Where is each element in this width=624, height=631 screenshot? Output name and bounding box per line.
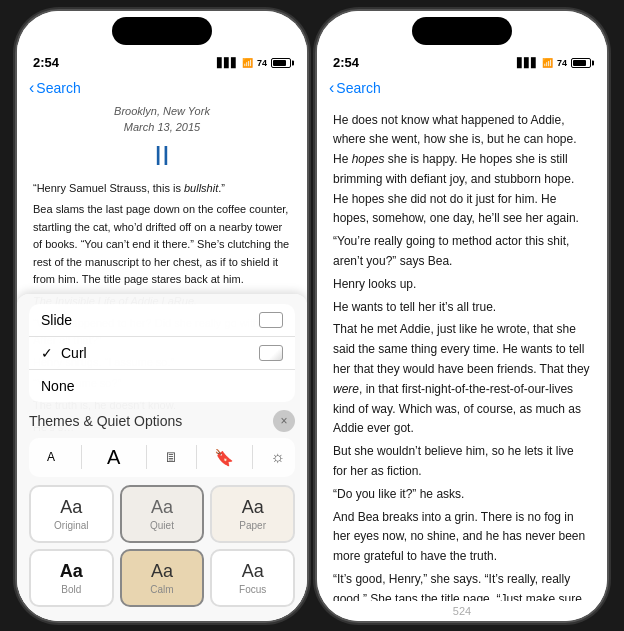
theme-bold-name: Bold (61, 584, 81, 595)
time-left: 2:54 (33, 55, 59, 70)
none-label: None (41, 378, 74, 394)
theme-paper-name: Paper (239, 520, 266, 531)
left-screen: 2:54 ▋▋▋ 📶 74 ‹ Search Brooklyn, New Yor… (17, 11, 307, 621)
slide-menu-item-none[interactable]: None (29, 370, 295, 402)
brightness-icon[interactable]: ☼ (270, 448, 285, 466)
curl-label: Curl (61, 345, 87, 361)
reading-para-2: “You’re really going to method actor thi… (333, 232, 591, 272)
book-header: Brooklyn, New YorkMarch 13, 2015 II (33, 103, 291, 172)
font-divider-2 (146, 445, 147, 469)
book-location: Brooklyn, New YorkMarch 13, 2015 (33, 103, 291, 136)
theme-focus-label: Aa (242, 561, 264, 582)
theme-calm-name: Calm (150, 584, 173, 595)
themes-header: Themes & Quiet Options × (29, 410, 295, 432)
right-phone: 2:54 ▋▋▋ 📶 74 ‹ Search He does not know … (317, 11, 607, 621)
back-label-right: Search (336, 80, 380, 96)
dynamic-island-right (412, 17, 512, 45)
slide-menu-item-curl[interactable]: ✓ Curl (29, 337, 295, 370)
reading-text-right: He does not know what happened to Addie,… (317, 103, 607, 601)
back-arrow-left: ‹ (29, 79, 34, 97)
font-divider-3 (196, 445, 197, 469)
signal-icon-right: ▋▋▋ (517, 58, 538, 68)
battery-text-right: 74 (557, 58, 567, 68)
themes-title: Themes & Quiet Options (29, 413, 182, 429)
back-label-left: Search (36, 80, 80, 96)
bookmark-icon[interactable]: 🔖 (214, 448, 234, 467)
reading-para-7: “Do you like it?” he asks. (333, 485, 591, 505)
back-arrow-right: ‹ (329, 79, 334, 97)
close-button[interactable]: × (273, 410, 295, 432)
status-bar-left: 2:54 ▋▋▋ 📶 74 (17, 45, 307, 77)
theme-original-label: Aa (60, 497, 82, 518)
theme-paper-label: Aa (242, 497, 264, 518)
theme-quiet[interactable]: Aa Quiet (120, 485, 205, 543)
battery-text: 74 (257, 58, 267, 68)
book-para-1: “Henry Samuel Strauss, this is bullshit.… (33, 180, 291, 198)
theme-calm[interactable]: Aa Calm (120, 549, 205, 607)
theme-bold[interactable]: Aa Bold (29, 549, 114, 607)
theme-focus-name: Focus (239, 584, 266, 595)
theme-paper[interactable]: Aa Paper (210, 485, 295, 543)
curl-check: ✓ (41, 345, 53, 361)
battery-icon-right (571, 58, 591, 68)
status-icons-right: ▋▋▋ 📶 74 (517, 58, 591, 68)
theme-focus[interactable]: Aa Focus (210, 549, 295, 607)
theme-quiet-label: Aa (151, 497, 173, 518)
bottom-panel: Slide ✓ Curl (17, 294, 307, 621)
reading-para-3: Henry looks up. (333, 275, 591, 295)
signal-icon: ▋▋▋ (217, 58, 238, 68)
theme-original-name: Original (54, 520, 88, 531)
theme-bold-label: Aa (60, 561, 83, 582)
curl-icon (259, 345, 283, 361)
reading-para-4: He wants to tell her it’s all true. (333, 298, 591, 318)
font-increase-button[interactable]: A (99, 444, 128, 471)
nav-bar-left: ‹ Search (17, 77, 307, 103)
slide-label: Slide (41, 312, 72, 328)
font-type-icon[interactable]: 🗏 (164, 449, 178, 465)
reader-content-left: Brooklyn, New YorkMarch 13, 2015 II “Hen… (17, 103, 307, 621)
back-button-right[interactable]: ‹ Search (329, 79, 381, 97)
wifi-icon-right: 📶 (542, 58, 553, 68)
wifi-icon: 📶 (242, 58, 253, 68)
chapter-number: II (33, 140, 291, 172)
reading-para-6: But she wouldn’t believe him, so he lets… (333, 442, 591, 482)
theme-calm-label: Aa (151, 561, 173, 582)
font-divider-1 (81, 445, 82, 469)
book-para-2: Bea slams the last page down on the coff… (33, 201, 291, 289)
theme-quiet-name: Quiet (150, 520, 174, 531)
reading-para-8: And Bea breaks into a grin. There is no … (333, 508, 591, 567)
left-phone: 2:54 ▋▋▋ 📶 74 ‹ Search Brooklyn, New Yor… (17, 11, 307, 621)
dynamic-island-left (112, 17, 212, 45)
font-decrease-button[interactable]: A (39, 448, 63, 466)
back-button-left[interactable]: ‹ Search (29, 79, 81, 97)
status-icons-left: ▋▋▋ 📶 74 (217, 58, 291, 68)
page-number: 524 (317, 601, 607, 621)
theme-original[interactable]: Aa Original (29, 485, 114, 543)
slide-menu: Slide ✓ Curl (29, 304, 295, 402)
theme-grid: Aa Original Aa Quiet Aa Paper Aa (29, 485, 295, 607)
status-bar-right: 2:54 ▋▋▋ 📶 74 (317, 45, 607, 77)
slide-icon (259, 312, 283, 328)
font-controls: A A 🗏 🔖 ☼ (29, 438, 295, 477)
reading-para-1: He does not know what happened to Addie,… (333, 111, 591, 230)
right-screen: 2:54 ▋▋▋ 📶 74 ‹ Search He does not know … (317, 11, 607, 621)
time-right: 2:54 (333, 55, 359, 70)
reading-para-5: That he met Addie, just like he wrote, t… (333, 320, 591, 439)
battery-icon-left (271, 58, 291, 68)
nav-bar-right: ‹ Search (317, 77, 607, 103)
slide-menu-item-slide[interactable]: Slide (29, 304, 295, 337)
font-divider-4 (252, 445, 253, 469)
reading-para-9: “It’s good, Henry,” she says. “It’s real… (333, 570, 591, 600)
